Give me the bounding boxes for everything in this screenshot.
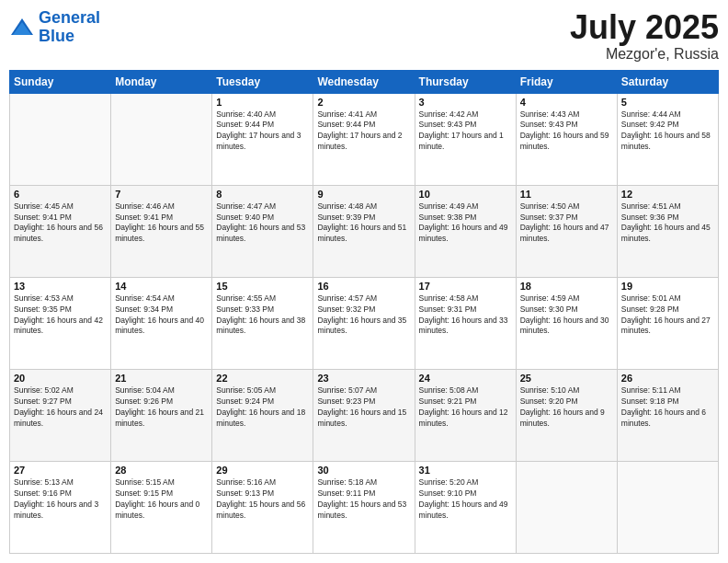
calendar-cell: 18Sunrise: 4:59 AMSunset: 9:30 PMDayligh… bbox=[516, 277, 617, 369]
calendar-cell: 29Sunrise: 5:16 AMSunset: 9:13 PMDayligh… bbox=[212, 461, 313, 553]
header: General Blue July 2025 Mezgor'e, Russia bbox=[9, 9, 719, 63]
day-info: Sunrise: 4:44 AMSunset: 9:42 PMDaylight:… bbox=[621, 109, 714, 154]
subtitle: Mezgor'e, Russia bbox=[570, 46, 719, 63]
calendar-header-saturday: Saturday bbox=[617, 70, 718, 93]
calendar-cell: 7Sunrise: 4:46 AMSunset: 9:41 PMDaylight… bbox=[111, 185, 212, 277]
day-number: 24 bbox=[419, 373, 512, 384]
calendar-cell: 10Sunrise: 4:49 AMSunset: 9:38 PMDayligh… bbox=[415, 185, 516, 277]
calendar-cell: 20Sunrise: 5:02 AMSunset: 9:27 PMDayligh… bbox=[10, 369, 111, 461]
day-number: 3 bbox=[419, 97, 512, 108]
calendar-cell bbox=[516, 461, 617, 553]
calendar-cell: 31Sunrise: 5:20 AMSunset: 9:10 PMDayligh… bbox=[415, 461, 516, 553]
day-info: Sunrise: 5:07 AMSunset: 9:23 PMDaylight:… bbox=[317, 385, 410, 430]
day-number: 19 bbox=[621, 281, 714, 292]
logo-line2: Blue bbox=[39, 27, 74, 45]
calendar-week-4: 20Sunrise: 5:02 AMSunset: 9:27 PMDayligh… bbox=[10, 369, 719, 461]
calendar-cell: 14Sunrise: 4:54 AMSunset: 9:34 PMDayligh… bbox=[111, 277, 212, 369]
calendar-header-thursday: Thursday bbox=[415, 70, 516, 93]
day-number: 1 bbox=[216, 97, 309, 108]
calendar-cell: 9Sunrise: 4:48 AMSunset: 9:39 PMDaylight… bbox=[313, 185, 415, 277]
day-number: 22 bbox=[216, 373, 309, 384]
logo-icon bbox=[9, 15, 35, 40]
day-number: 27 bbox=[14, 465, 107, 476]
day-number: 8 bbox=[216, 189, 309, 200]
day-info: Sunrise: 5:04 AMSunset: 9:26 PMDaylight:… bbox=[115, 385, 208, 430]
calendar-week-2: 6Sunrise: 4:45 AMSunset: 9:41 PMDaylight… bbox=[10, 185, 719, 277]
day-info: Sunrise: 4:45 AMSunset: 9:41 PMDaylight:… bbox=[14, 201, 107, 246]
day-number: 4 bbox=[520, 97, 613, 108]
day-number: 16 bbox=[317, 281, 410, 292]
day-info: Sunrise: 5:18 AMSunset: 9:11 PMDaylight:… bbox=[317, 477, 410, 522]
calendar-cell: 26Sunrise: 5:11 AMSunset: 9:18 PMDayligh… bbox=[617, 369, 718, 461]
day-number: 21 bbox=[115, 373, 208, 384]
day-number: 5 bbox=[621, 97, 714, 108]
day-info: Sunrise: 5:20 AMSunset: 9:10 PMDaylight:… bbox=[419, 477, 512, 522]
calendar-header-friday: Friday bbox=[516, 70, 617, 93]
calendar-cell: 25Sunrise: 5:10 AMSunset: 9:20 PMDayligh… bbox=[516, 369, 617, 461]
day-number: 2 bbox=[317, 97, 410, 108]
day-number: 20 bbox=[14, 373, 107, 384]
page: General Blue July 2025 Mezgor'e, Russia … bbox=[0, 0, 728, 563]
day-number: 23 bbox=[317, 373, 410, 384]
day-info: Sunrise: 4:42 AMSunset: 9:43 PMDaylight:… bbox=[419, 109, 512, 154]
day-number: 15 bbox=[216, 281, 309, 292]
day-number: 12 bbox=[621, 189, 714, 200]
calendar-week-3: 13Sunrise: 4:53 AMSunset: 9:35 PMDayligh… bbox=[10, 277, 719, 369]
day-info: Sunrise: 4:54 AMSunset: 9:34 PMDaylight:… bbox=[115, 293, 208, 338]
day-number: 31 bbox=[419, 465, 512, 476]
logo-line1: General bbox=[39, 8, 100, 27]
calendar-cell bbox=[10, 93, 111, 185]
day-number: 7 bbox=[115, 189, 208, 200]
day-info: Sunrise: 4:50 AMSunset: 9:37 PMDaylight:… bbox=[520, 201, 613, 246]
calendar-week-1: 1Sunrise: 4:40 AMSunset: 9:44 PMDaylight… bbox=[10, 93, 719, 185]
calendar-cell: 13Sunrise: 4:53 AMSunset: 9:35 PMDayligh… bbox=[10, 277, 111, 369]
calendar-cell: 8Sunrise: 4:47 AMSunset: 9:40 PMDaylight… bbox=[212, 185, 313, 277]
day-info: Sunrise: 5:01 AMSunset: 9:28 PMDaylight:… bbox=[621, 293, 714, 338]
day-info: Sunrise: 5:08 AMSunset: 9:21 PMDaylight:… bbox=[419, 385, 512, 430]
calendar-header-row: SundayMondayTuesdayWednesdayThursdayFrid… bbox=[10, 70, 719, 93]
day-info: Sunrise: 4:59 AMSunset: 9:30 PMDaylight:… bbox=[520, 293, 613, 338]
day-number: 25 bbox=[520, 373, 613, 384]
calendar-cell bbox=[617, 461, 718, 553]
day-number: 18 bbox=[520, 281, 613, 292]
day-info: Sunrise: 5:11 AMSunset: 9:18 PMDaylight:… bbox=[621, 385, 714, 430]
calendar-header-tuesday: Tuesday bbox=[212, 70, 313, 93]
day-number: 11 bbox=[520, 189, 613, 200]
calendar-cell: 15Sunrise: 4:55 AMSunset: 9:33 PMDayligh… bbox=[212, 277, 313, 369]
day-number: 6 bbox=[14, 189, 107, 200]
main-title: July 2025 bbox=[570, 9, 719, 46]
day-info: Sunrise: 4:40 AMSunset: 9:44 PMDaylight:… bbox=[216, 109, 309, 154]
day-number: 13 bbox=[14, 281, 107, 292]
day-info: Sunrise: 4:55 AMSunset: 9:33 PMDaylight:… bbox=[216, 293, 309, 338]
day-info: Sunrise: 4:41 AMSunset: 9:44 PMDaylight:… bbox=[317, 109, 410, 154]
day-info: Sunrise: 4:58 AMSunset: 9:31 PMDaylight:… bbox=[419, 293, 512, 338]
calendar-cell: 1Sunrise: 4:40 AMSunset: 9:44 PMDaylight… bbox=[212, 93, 313, 185]
day-number: 29 bbox=[216, 465, 309, 476]
calendar-cell: 17Sunrise: 4:58 AMSunset: 9:31 PMDayligh… bbox=[415, 277, 516, 369]
day-info: Sunrise: 4:43 AMSunset: 9:43 PMDaylight:… bbox=[520, 109, 613, 154]
day-info: Sunrise: 4:48 AMSunset: 9:39 PMDaylight:… bbox=[317, 201, 410, 246]
day-info: Sunrise: 5:15 AMSunset: 9:15 PMDaylight:… bbox=[115, 477, 208, 522]
calendar-table: SundayMondayTuesdayWednesdayThursdayFrid… bbox=[9, 70, 719, 554]
day-number: 30 bbox=[317, 465, 410, 476]
calendar-cell: 19Sunrise: 5:01 AMSunset: 9:28 PMDayligh… bbox=[617, 277, 718, 369]
title-block: July 2025 Mezgor'e, Russia bbox=[570, 9, 719, 63]
day-info: Sunrise: 4:47 AMSunset: 9:40 PMDaylight:… bbox=[216, 201, 309, 246]
day-number: 14 bbox=[115, 281, 208, 292]
day-info: Sunrise: 5:16 AMSunset: 9:13 PMDaylight:… bbox=[216, 477, 309, 522]
day-info: Sunrise: 5:10 AMSunset: 9:20 PMDaylight:… bbox=[520, 385, 613, 430]
calendar-cell: 5Sunrise: 4:44 AMSunset: 9:42 PMDaylight… bbox=[617, 93, 718, 185]
calendar-cell: 22Sunrise: 5:05 AMSunset: 9:24 PMDayligh… bbox=[212, 369, 313, 461]
calendar-cell: 28Sunrise: 5:15 AMSunset: 9:15 PMDayligh… bbox=[111, 461, 212, 553]
calendar-cell: 21Sunrise: 5:04 AMSunset: 9:26 PMDayligh… bbox=[111, 369, 212, 461]
calendar-cell: 12Sunrise: 4:51 AMSunset: 9:36 PMDayligh… bbox=[617, 185, 718, 277]
day-info: Sunrise: 4:57 AMSunset: 9:32 PMDaylight:… bbox=[317, 293, 410, 338]
calendar-cell: 3Sunrise: 4:42 AMSunset: 9:43 PMDaylight… bbox=[415, 93, 516, 185]
calendar-cell: 6Sunrise: 4:45 AMSunset: 9:41 PMDaylight… bbox=[10, 185, 111, 277]
calendar-cell: 23Sunrise: 5:07 AMSunset: 9:23 PMDayligh… bbox=[313, 369, 415, 461]
day-number: 10 bbox=[419, 189, 512, 200]
day-number: 9 bbox=[317, 189, 410, 200]
calendar-cell bbox=[111, 93, 212, 185]
calendar-header-wednesday: Wednesday bbox=[313, 70, 415, 93]
calendar-cell: 27Sunrise: 5:13 AMSunset: 9:16 PMDayligh… bbox=[10, 461, 111, 553]
